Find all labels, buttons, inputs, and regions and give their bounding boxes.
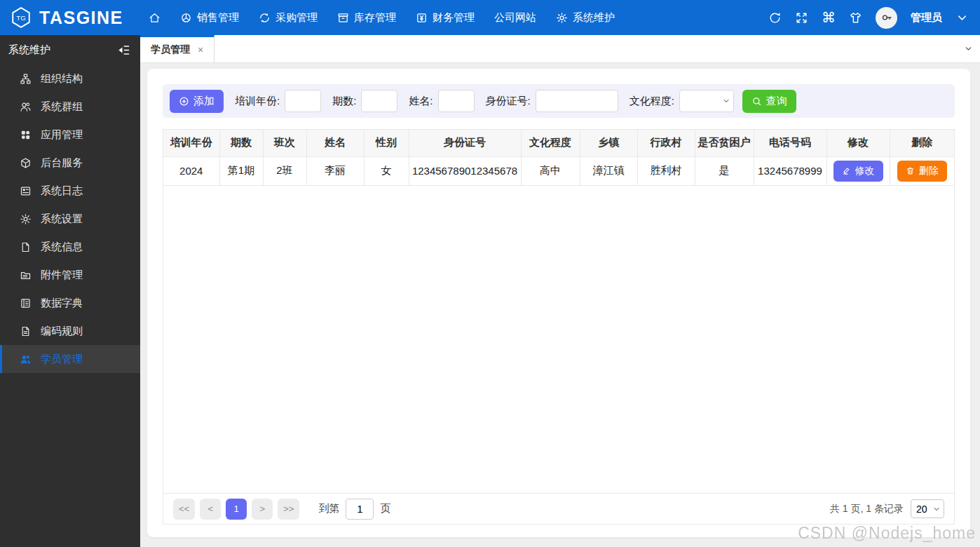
cell-town: 漳江镇 <box>580 156 637 185</box>
refresh-icon[interactable] <box>768 11 782 25</box>
nav-company-site[interactable]: 公司网站 <box>494 11 536 25</box>
pencil-icon <box>842 166 851 175</box>
education-level-select[interactable] <box>679 90 734 112</box>
training-year-label: 培训年份: <box>235 95 280 108</box>
add-button[interactable]: 添加 <box>170 90 224 113</box>
col-class: 班次 <box>263 130 306 156</box>
user-avatar[interactable] <box>876 7 897 29</box>
plus-circle-icon <box>179 96 189 107</box>
tab-close-icon[interactable]: × <box>198 44 203 55</box>
nav-system-maintenance[interactable]: 系统维护 <box>556 11 615 25</box>
cell-phone: 13245678999 <box>754 156 826 185</box>
cell-period: 第1期 <box>219 156 263 185</box>
col-phone: 电话号码 <box>754 130 826 156</box>
name-input[interactable] <box>438 90 475 112</box>
cell-id-card: 123456789012345678 <box>409 156 521 185</box>
nav-sales[interactable]: 销售管理 <box>180 11 239 25</box>
first-page-button[interactable]: << <box>173 499 195 520</box>
delete-button[interactable]: 删除 <box>897 161 947 182</box>
folder-icon <box>20 269 32 281</box>
col-training-year: 培训年份 <box>163 130 219 156</box>
period-label: 期数: <box>332 95 356 108</box>
sidebar-item-data-dictionary[interactable]: 数据字典 <box>0 289 140 317</box>
training-year-input[interactable] <box>285 90 321 112</box>
sidebar-item-student-management[interactable]: 学员管理 <box>0 345 140 373</box>
table-row: 2024 第1期 2班 李丽 女 123456789012345678 高中 漳… <box>163 156 954 185</box>
table-empty-area <box>163 186 954 494</box>
apps-icon <box>20 129 32 141</box>
col-edit: 修改 <box>826 130 890 156</box>
collapse-menu-icon[interactable] <box>117 43 130 57</box>
file-code-icon <box>20 325 32 337</box>
col-delete: 删除 <box>890 130 954 156</box>
brand-logo: TG TASGINE <box>0 6 149 29</box>
goto-page-group: 到第 页 <box>318 499 390 520</box>
user-group-icon <box>20 101 32 113</box>
nav-inventory[interactable]: 库存管理 <box>337 11 396 25</box>
tab-label: 学员管理 <box>151 43 190 56</box>
csdn-watermark: CSDN @Nodejs_home <box>798 524 976 543</box>
gear-icon <box>20 213 32 225</box>
tab-list-chevron-icon[interactable] <box>964 44 973 53</box>
chevron-down-icon[interactable] <box>955 11 969 25</box>
next-page-button[interactable]: > <box>252 499 273 520</box>
key-icon <box>880 11 893 24</box>
pagination-summary-group: 共 1 页, 1 条记录 20 <box>830 499 944 518</box>
main-nav: 销售管理 采购管理 库存管理 财务管理 公司网站 系统维护 <box>149 11 615 25</box>
prev-page-button[interactable]: < <box>200 499 221 520</box>
svg-text:TG: TG <box>16 14 25 22</box>
students-table-container: 培训年份 期数 班次 姓名 性别 身份证号 文化程度 乡镇 行政村 是否贫困户 … <box>163 129 955 525</box>
edit-button[interactable]: 修改 <box>833 161 883 182</box>
sidebar-item-system-groups[interactable]: 系统群组 <box>0 93 140 121</box>
org-structure-icon <box>20 73 32 85</box>
col-education: 文化程度 <box>521 130 580 156</box>
sidebar-item-app-management[interactable]: 应用管理 <box>0 121 140 149</box>
col-gender: 性别 <box>364 130 409 156</box>
tab-student-management[interactable]: 学员管理 × <box>140 35 215 62</box>
cell-training-year: 2024 <box>163 156 219 185</box>
command-icon[interactable]: ⌘ <box>822 11 836 25</box>
page-size-select[interactable]: 20 <box>911 499 944 518</box>
col-poverty: 是否贫困户 <box>695 130 754 156</box>
page-1-button[interactable]: 1 <box>226 499 247 520</box>
sidebar-item-system-logs[interactable]: 系统日志 <box>0 177 140 205</box>
goto-page-input[interactable] <box>346 499 374 520</box>
theme-shirt-icon[interactable] <box>849 11 862 25</box>
brand-hexagon-icon: TG <box>10 6 32 29</box>
sidebar-item-attachments[interactable]: 附件管理 <box>0 261 140 289</box>
nav-purchase[interactable]: 采购管理 <box>259 11 318 25</box>
cell-education: 高中 <box>521 156 580 185</box>
sidebar-item-coding-rules[interactable]: 编码规则 <box>0 317 140 345</box>
col-period: 期数 <box>219 130 263 156</box>
trash-icon <box>906 166 915 175</box>
search-button[interactable]: 查询 <box>742 90 796 113</box>
col-town: 乡镇 <box>580 130 637 156</box>
sidebar: 系统维护 组织结构 系统群组 应用管理 后台服务 系统日志 系统设置 系统信息 … <box>0 35 140 547</box>
fullscreen-icon[interactable] <box>795 11 808 25</box>
col-village: 行政村 <box>637 130 695 156</box>
tab-bar: 学员管理 × <box>140 35 980 63</box>
col-name: 姓名 <box>306 130 364 156</box>
last-page-button[interactable]: >> <box>278 499 299 520</box>
cell-village: 胜利村 <box>637 156 695 185</box>
sidebar-item-system-settings[interactable]: 系统设置 <box>0 205 140 233</box>
user-name[interactable]: 管理员 <box>911 11 942 25</box>
main-area: 学员管理 × 添加 培训年份: 期数: 姓名: 身份证号: 文化程度: <box>140 35 980 547</box>
students-table: 培训年份 期数 班次 姓名 性别 身份证号 文化程度 乡镇 行政村 是否贫困户 … <box>163 130 954 186</box>
sidebar-item-backend-services[interactable]: 后台服务 <box>0 149 140 177</box>
cell-class: 2班 <box>263 156 306 185</box>
goto-prefix-label: 到第 <box>318 502 339 515</box>
nav-finance[interactable]: 财务管理 <box>416 11 475 25</box>
gear-icon <box>556 12 568 24</box>
id-card-input[interactable] <box>536 90 618 112</box>
sidebar-item-org-structure[interactable]: 组织结构 <box>0 65 140 93</box>
sidebar-item-system-info[interactable]: 系统信息 <box>0 233 140 261</box>
file-info-icon <box>20 241 32 253</box>
table-header-row: 培训年份 期数 班次 姓名 性别 身份证号 文化程度 乡镇 行政村 是否贫困户 … <box>163 130 954 156</box>
period-input[interactable] <box>361 90 397 112</box>
dictionary-icon <box>20 297 32 309</box>
id-card-label: 身份证号: <box>486 95 531 108</box>
sidebar-title: 系统维护 <box>8 43 50 57</box>
log-icon <box>20 185 32 197</box>
nav-home[interactable] <box>149 12 161 24</box>
